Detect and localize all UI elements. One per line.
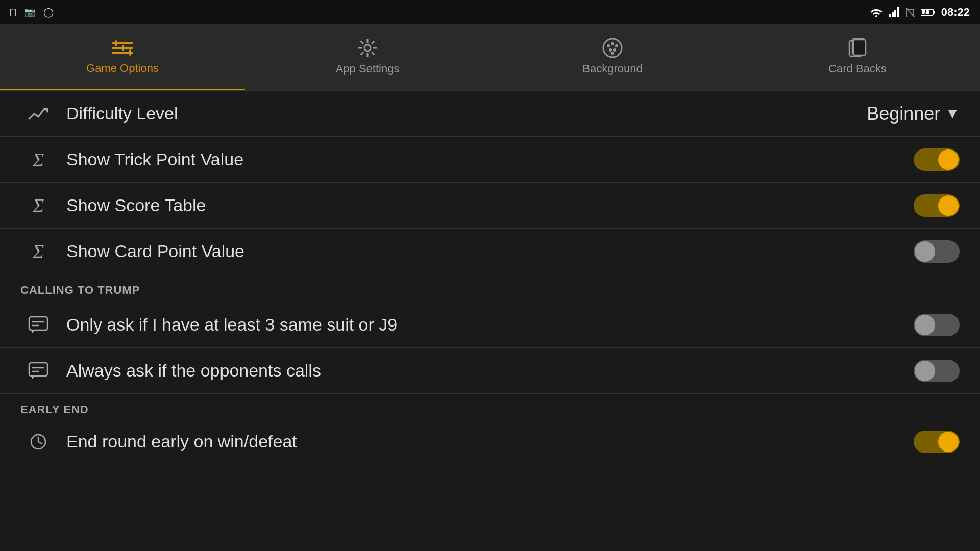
show-trick-point-label: Show Trick Point Value [56,149,914,169]
tab-card-backs-label: Card Backs [828,62,887,76]
difficulty-icon [20,105,56,123]
sigma-icon-2: Σ [20,194,56,217]
no-sim-icon [905,7,915,17]
tab-card-backs[interactable]: Card Backs [735,24,980,90]
show-score-table-row[interactable]: Σ Show Score Table [0,183,980,229]
svg-line-46 [38,442,42,444]
svg-rect-4 [897,7,899,17]
difficulty-value[interactable]: Beginner ▼ [867,103,960,124]
toggle-knob-1 [938,149,959,170]
toggle-knob-4 [915,315,935,335]
svg-line-25 [361,52,364,55]
svg-rect-36 [29,317,47,330]
difficulty-level-row[interactable]: Difficulty Level Beginner ▼ [0,91,980,137]
early-end-header: EARLY END [0,394,980,421]
app-settings-icon [357,38,378,58]
svg-line-22 [361,41,364,44]
svg-rect-16 [129,49,131,56]
svg-rect-14 [115,40,117,46]
status-bar: ⎕ 📷 ◯ 08:22 [0,0,980,24]
end-round-early-label: End round early on win/defeat [56,432,914,452]
toggle-knob-5 [915,361,935,381]
sigma-icon-3: Σ [20,240,56,263]
svg-point-28 [611,42,614,45]
chat-icon-1 [20,316,56,334]
svg-line-23 [372,52,375,55]
show-card-point-label: Show Card Point Value [56,241,914,261]
end-round-early-row[interactable]: End round early on win/defeat [0,421,980,462]
time-display: 08:22 [941,6,970,19]
toggle-knob-6 [938,432,959,452]
game-options-icon [112,38,133,58]
status-bar-left: ⎕ 📷 ◯ [10,7,54,18]
only-ask-3-suit-label: Only ask if I have at least 3 same suit … [56,315,914,335]
calling-to-trump-header: CALLING TO TRUMP [0,274,980,302]
sigma-icon-1: Σ [20,148,56,171]
svg-point-32 [611,52,614,55]
svg-rect-8 [933,11,935,14]
dropdown-arrow-icon: ▼ [945,106,960,122]
status-bar-right: 08:22 [870,6,970,19]
always-ask-opponents-row[interactable]: Always ask if the opponents calls [0,348,980,394]
show-score-table-toggle[interactable] [914,194,960,217]
tab-app-settings[interactable]: App Settings [245,24,490,90]
show-card-point-value-row[interactable]: Σ Show Card Point Value [0,229,980,274]
end-round-early-toggle[interactable] [914,431,960,453]
show-trick-point-toggle[interactable] [914,148,960,171]
svg-rect-2 [892,12,894,17]
svg-point-27 [607,44,610,47]
record-icon: ◯ [43,7,54,18]
svg-point-17 [364,45,371,51]
wifi-icon [870,7,883,17]
show-trick-point-value-row[interactable]: Σ Show Trick Point Value [0,137,980,183]
difficulty-selected: Beginner [867,103,940,124]
only-ask-3-suit-toggle[interactable] [914,314,960,336]
svg-point-0 [875,15,877,17]
svg-line-24 [372,41,375,44]
svg-rect-3 [894,10,896,17]
svg-point-30 [613,48,616,52]
tab-game-options[interactable]: Game Options [0,24,245,90]
svg-rect-15 [122,45,124,51]
always-ask-opponents-toggle[interactable] [914,360,960,382]
difficulty-dropdown[interactable]: Beginner ▼ [867,103,960,124]
toggle-knob-2 [938,195,959,216]
phone-icon: ⎕ [10,7,16,18]
only-ask-3-suit-row[interactable]: Only ask if I have at least 3 same suit … [0,302,980,348]
toggle-knob-3 [915,241,935,262]
svg-rect-40 [29,363,47,376]
svg-point-31 [609,48,612,52]
battery-icon [921,8,935,17]
content-area: Difficulty Level Beginner ▼ Σ Show Trick… [0,91,980,462]
background-icon [602,38,623,58]
svg-rect-5 [906,9,914,17]
chat-icon-2 [20,362,56,380]
svg-rect-35 [853,40,866,55]
tab-game-options-label: Game Options [86,62,159,75]
end-round-icon [20,433,56,451]
signal-icon [889,7,899,17]
card-backs-icon [847,38,868,58]
nav-tabs: Game Options App Settings [0,24,980,91]
difficulty-label: Difficulty Level [56,104,867,123]
always-ask-opponents-label: Always ask if the opponents calls [56,361,914,381]
tab-background-label: Background [582,62,642,76]
image-icon: 📷 [24,7,35,18]
tab-background[interactable]: Background [490,24,735,90]
svg-point-29 [615,44,618,47]
show-score-table-label: Show Score Table [56,195,914,215]
svg-rect-1 [889,14,891,17]
show-card-point-toggle[interactable] [914,240,960,263]
tab-app-settings-label: App Settings [336,62,400,76]
